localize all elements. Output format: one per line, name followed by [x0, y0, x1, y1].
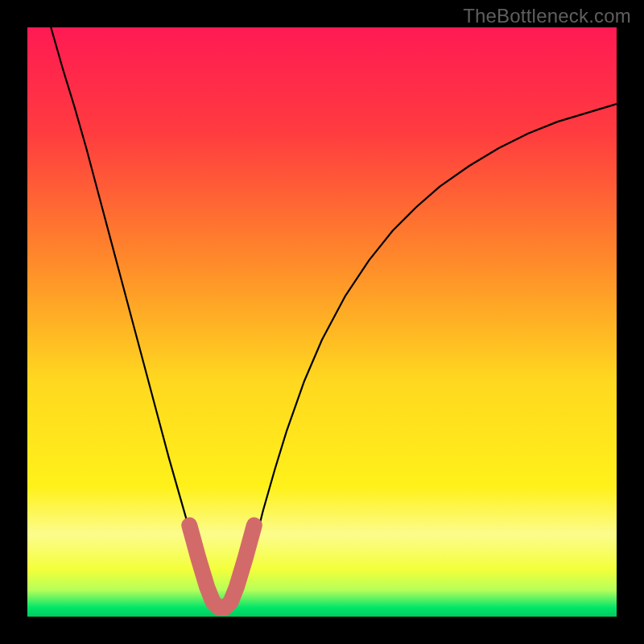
- chart-svg: [0, 0, 644, 644]
- chart-frame: { "watermark": "TheBottleneck.com", "cha…: [0, 0, 644, 644]
- plot-background: [27, 27, 617, 617]
- watermark-text: TheBottleneck.com: [463, 5, 631, 27]
